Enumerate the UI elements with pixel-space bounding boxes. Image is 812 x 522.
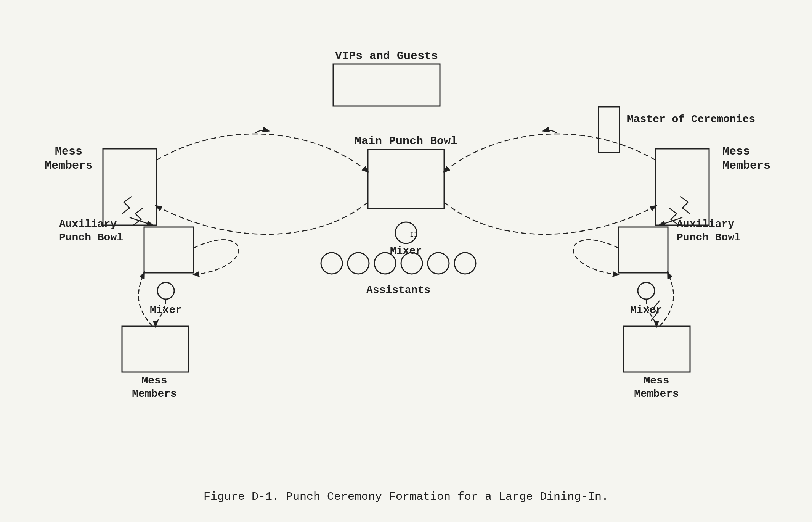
figure-caption: Figure D-1. Punch Ceremony Formation for…	[204, 490, 608, 503]
mess-members-right-label-line2: Members	[722, 159, 770, 172]
svg-text:II: II	[410, 231, 418, 238]
mess-members-right-label-line1: Mess	[722, 145, 750, 158]
aux-punch-bowl-left-label-line2: Punch Bowl	[59, 232, 123, 243]
master-of-ceremonies-label: Master of Ceremonies	[627, 113, 755, 125]
mixer-center-label: Mixer	[390, 245, 422, 257]
aux-punch-bowl-right-label-line1: Auxiliary	[677, 218, 734, 230]
aux-punch-bowl-left-label-line1: Auxiliary	[59, 218, 117, 230]
diagram-container: VIPs and Guests Master of Ceremonies Mai…	[0, 0, 812, 522]
mixer-left-label: Mixer	[150, 304, 182, 316]
assistants-label: Assistants	[366, 284, 430, 296]
main-punch-bowl-label: Main Punch Bowl	[355, 135, 457, 148]
mess-members-bottom-right-label-line1: Mess	[644, 375, 669, 387]
mixer-right-label: Mixer	[630, 304, 662, 316]
mess-members-bottom-right-label-line2: Members	[634, 388, 679, 400]
aux-punch-bowl-right-label-line2: Punch Bowl	[677, 232, 741, 243]
mess-members-left-label-line1: Mess	[55, 145, 82, 158]
mess-members-left-label-line2: Members	[45, 159, 93, 172]
svg-rect-0	[0, 0, 812, 522]
mess-members-bottom-left-label-line2: Members	[132, 388, 177, 400]
mess-members-bottom-left-label-line1: Mess	[141, 375, 167, 387]
vips-guests-label: VIPs and Guests	[335, 50, 438, 63]
